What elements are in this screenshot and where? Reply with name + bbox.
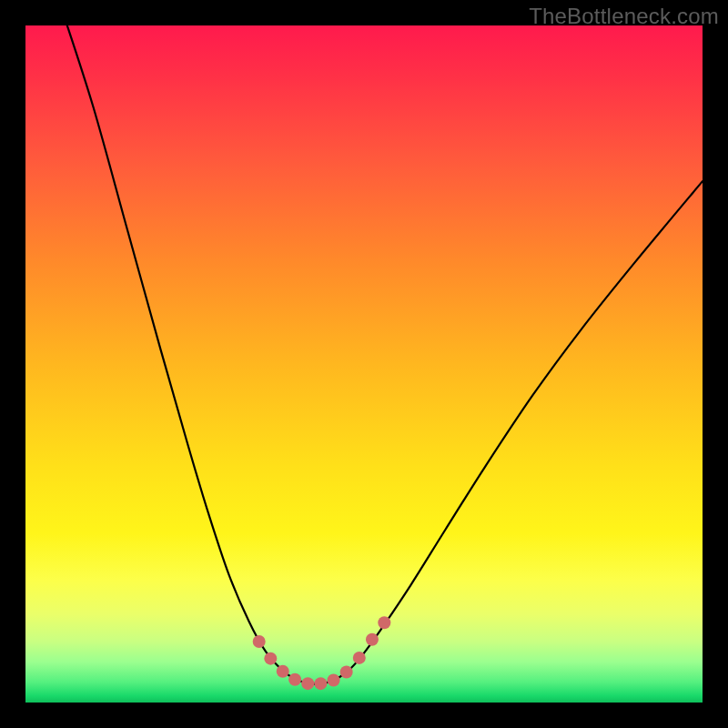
highlight-marker [264,652,277,665]
curve-layer [25,25,703,703]
bottleneck-curve [63,25,703,684]
highlight-marker [340,666,353,679]
plot-area [25,25,703,703]
highlight-marker [366,633,379,646]
highlight-marker [277,665,289,678]
highlight-marker [301,677,314,690]
highlight-marker [288,673,301,686]
highlight-marker [328,673,340,686]
highlight-marker [353,652,366,664]
chart-frame: TheBottleneck.com [0,0,728,728]
highlight-marker [314,677,327,690]
highlight-marker [378,616,390,629]
watermark-text: TheBottleneck.com [529,4,719,29]
highlight-marker [253,635,266,648]
highlight-markers [253,616,391,690]
